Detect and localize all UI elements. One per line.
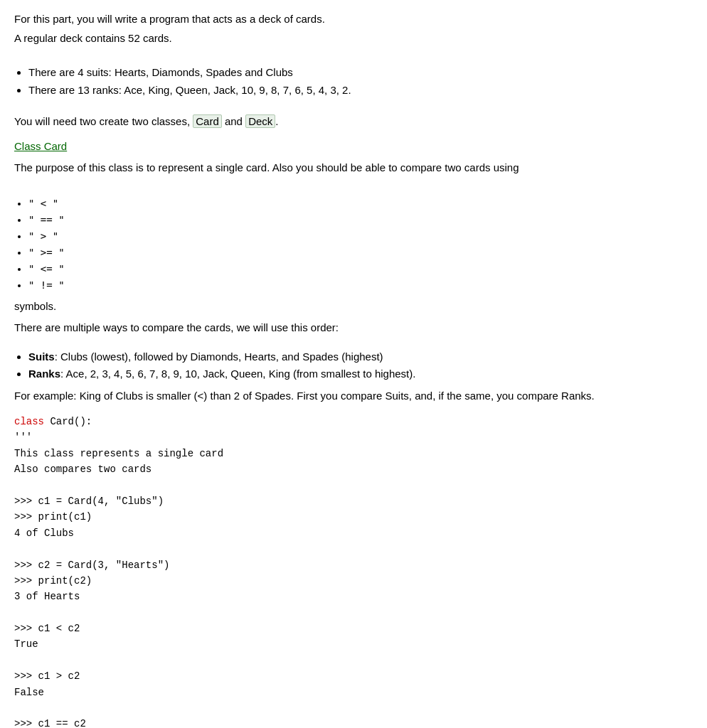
code-line-2: ''' bbox=[14, 429, 693, 445]
code-line-13 bbox=[14, 605, 693, 621]
purpose-text: The purpose of this class is to represen… bbox=[14, 160, 693, 176]
deck-inline-code: Deck bbox=[245, 114, 275, 128]
code-line-16 bbox=[14, 653, 693, 668]
classes-intro-text: You will need two create two classes, Ca… bbox=[14, 114, 693, 130]
code-line-3: This class represents a single card bbox=[14, 446, 693, 461]
ranks-bullet: There are 13 ranks: Ace, King, Queen, Ja… bbox=[28, 82, 693, 99]
code-line-12: 3 of Hearts bbox=[14, 589, 693, 604]
ranks-text: : Ace, 2, 3, 4, 5, 6, 7, 8, 9, 10, Jack,… bbox=[60, 368, 415, 380]
ranks-order-item: Ranks: Ace, 2, 3, 4, 5, 6, 7, 8, 9, 10, … bbox=[28, 366, 693, 382]
example-text: For example: King of Clubs is smaller (<… bbox=[14, 388, 693, 405]
code-line-18: False bbox=[14, 685, 693, 700]
compare-order-list: Suits: Clubs (lowest), followed by Diamo… bbox=[28, 349, 693, 382]
class-keyword: class bbox=[14, 416, 44, 427]
code-line-4: Also compares two cards bbox=[14, 461, 693, 477]
operator-eq: " == " bbox=[28, 213, 693, 228]
operators-list: " < " " == " " > " " >= " " <= " " != " bbox=[28, 196, 693, 293]
code-line-17: >>> c1 > c2 bbox=[14, 668, 693, 684]
code-line-14: >>> c1 < c2 bbox=[14, 621, 693, 636]
suits-order-item: Suits: Clubs (lowest), followed by Diamo… bbox=[28, 349, 693, 365]
intro-line1: For this part, you will write a program … bbox=[14, 11, 693, 28]
compare-intro: There are multiple ways to compare the c… bbox=[14, 320, 693, 336]
code-line-7: >>> print(c1) bbox=[14, 509, 693, 525]
code-line-19 bbox=[14, 700, 693, 716]
code-line-8: 4 of Clubs bbox=[14, 525, 693, 541]
code-line-6: >>> c1 = Card(4, "Clubs") bbox=[14, 493, 693, 509]
intro-line2: A regular deck contains 52 cards. bbox=[14, 31, 693, 47]
code-line-20: >>> c1 == c2 bbox=[14, 716, 693, 728]
operator-gt: " > " bbox=[28, 229, 693, 244]
classes-middle: and bbox=[222, 115, 245, 127]
code-line-9 bbox=[14, 541, 693, 557]
classes-before: You will need two create two classes, bbox=[14, 115, 193, 127]
operator-ne: " != " bbox=[28, 278, 693, 293]
suits-bullet: There are 4 suits: Hearts, Diamonds, Spa… bbox=[28, 65, 693, 81]
code-line-5 bbox=[14, 478, 693, 493]
card-inline-code: Card bbox=[193, 114, 222, 128]
code-line-10: >>> c2 = Card(3, "Hearts") bbox=[14, 557, 693, 573]
operator-lt: " < " bbox=[28, 196, 693, 211]
code-class-rest: Card(): bbox=[44, 416, 92, 427]
class-card-heading: Class Card bbox=[14, 139, 693, 155]
suits-label: Suits bbox=[28, 350, 55, 363]
suits-text: : Clubs (lowest), followed by Diamonds, … bbox=[55, 350, 383, 363]
classes-end: . bbox=[275, 115, 278, 127]
code-line-1: class Card(): bbox=[14, 414, 693, 429]
code-line-15: True bbox=[14, 636, 693, 652]
operator-lte: " <= " bbox=[28, 262, 693, 277]
ranks-label: Ranks bbox=[28, 368, 60, 380]
operator-gte: " >= " bbox=[28, 245, 693, 260]
code-block: class Card(): ''' This class represents … bbox=[14, 411, 693, 728]
symbols-text: symbols. bbox=[14, 299, 693, 315]
code-line-11: >>> print(c2) bbox=[14, 573, 693, 589]
